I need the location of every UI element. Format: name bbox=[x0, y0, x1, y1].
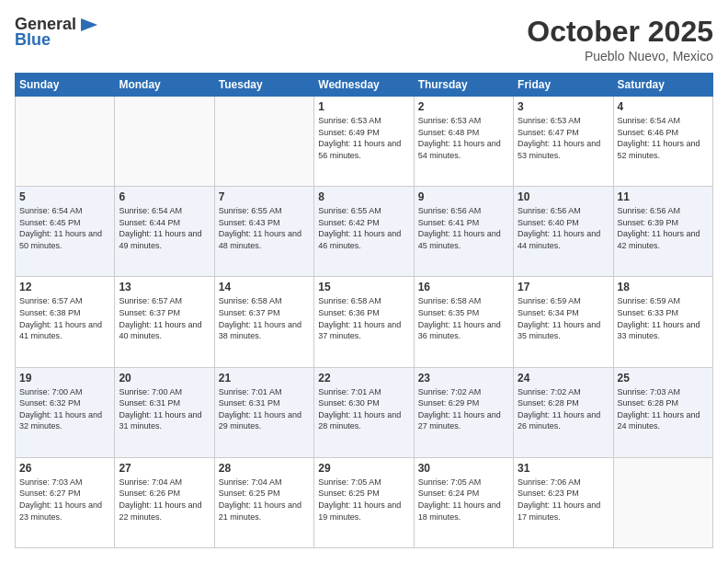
day-info: Sunrise: 7:05 AMSunset: 6:24 PMDaylight:… bbox=[418, 477, 509, 523]
week-row-3: 12Sunrise: 6:57 AMSunset: 6:38 PMDayligh… bbox=[16, 277, 713, 367]
day-number: 23 bbox=[418, 372, 509, 385]
day-info: Sunrise: 7:03 AMSunset: 6:28 PMDaylight:… bbox=[618, 386, 709, 432]
day-info: Sunrise: 7:05 AMSunset: 6:25 PMDaylight:… bbox=[318, 477, 409, 523]
day-number: 20 bbox=[119, 372, 210, 385]
day-number: 14 bbox=[219, 281, 310, 293]
svg-marker-0 bbox=[81, 18, 97, 31]
calendar-cell: 14Sunrise: 6:58 AMSunset: 6:37 PMDayligh… bbox=[214, 277, 313, 367]
day-info: Sunrise: 7:04 AMSunset: 6:25 PMDaylight:… bbox=[219, 477, 310, 523]
day-info: Sunrise: 7:00 AMSunset: 6:31 PMDaylight:… bbox=[119, 386, 210, 432]
day-number: 10 bbox=[518, 190, 609, 203]
month-title: October 2025 bbox=[527, 15, 713, 49]
day-info: Sunrise: 7:02 AMSunset: 6:29 PMDaylight:… bbox=[418, 386, 509, 432]
day-header-sunday: Sunday bbox=[16, 74, 115, 97]
day-number: 22 bbox=[318, 372, 409, 385]
calendar-cell: 5Sunrise: 6:54 AMSunset: 6:45 PMDaylight… bbox=[16, 187, 115, 277]
calendar-cell: 7Sunrise: 6:55 AMSunset: 6:43 PMDaylight… bbox=[214, 187, 313, 277]
day-number: 6 bbox=[119, 190, 210, 203]
calendar-body: 1Sunrise: 6:53 AMSunset: 6:49 PMDaylight… bbox=[16, 97, 713, 548]
day-info: Sunrise: 7:00 AMSunset: 6:32 PMDaylight:… bbox=[19, 386, 110, 432]
calendar-cell: 21Sunrise: 7:01 AMSunset: 6:31 PMDayligh… bbox=[214, 367, 313, 457]
calendar-cell: 25Sunrise: 7:03 AMSunset: 6:28 PMDayligh… bbox=[613, 367, 712, 457]
day-number: 25 bbox=[618, 372, 709, 385]
week-row-2: 5Sunrise: 6:54 AMSunset: 6:45 PMDaylight… bbox=[16, 187, 713, 277]
day-info: Sunrise: 7:03 AMSunset: 6:27 PMDaylight:… bbox=[19, 477, 110, 523]
day-info: Sunrise: 6:53 AMSunset: 6:49 PMDaylight:… bbox=[318, 115, 409, 161]
week-row-1: 1Sunrise: 6:53 AMSunset: 6:49 PMDaylight… bbox=[16, 97, 713, 187]
day-number: 26 bbox=[19, 462, 110, 475]
day-number: 28 bbox=[219, 462, 310, 475]
calendar-cell: 28Sunrise: 7:04 AMSunset: 6:25 PMDayligh… bbox=[214, 457, 313, 547]
day-number: 4 bbox=[618, 100, 709, 113]
logo: General Blue bbox=[15, 15, 99, 50]
day-info: Sunrise: 7:04 AMSunset: 6:26 PMDaylight:… bbox=[119, 477, 210, 523]
day-header-saturday: Saturday bbox=[613, 74, 712, 97]
day-number: 1 bbox=[318, 100, 409, 113]
day-header-monday: Monday bbox=[115, 74, 214, 97]
day-number: 21 bbox=[219, 372, 310, 385]
day-info: Sunrise: 6:56 AMSunset: 6:40 PMDaylight:… bbox=[518, 205, 609, 251]
day-number: 12 bbox=[19, 281, 110, 293]
calendar-cell: 10Sunrise: 6:56 AMSunset: 6:40 PMDayligh… bbox=[514, 187, 613, 277]
calendar-cell: 23Sunrise: 7:02 AMSunset: 6:29 PMDayligh… bbox=[414, 367, 513, 457]
day-number: 2 bbox=[418, 100, 509, 113]
calendar-cell: 15Sunrise: 6:58 AMSunset: 6:36 PMDayligh… bbox=[314, 277, 414, 367]
week-row-5: 26Sunrise: 7:03 AMSunset: 6:27 PMDayligh… bbox=[16, 457, 713, 547]
day-number: 15 bbox=[318, 281, 409, 293]
day-number: 16 bbox=[418, 281, 509, 293]
day-info: Sunrise: 6:54 AMSunset: 6:44 PMDaylight:… bbox=[119, 205, 210, 251]
day-number: 7 bbox=[219, 190, 310, 203]
calendar-cell: 19Sunrise: 7:00 AMSunset: 6:32 PMDayligh… bbox=[16, 367, 115, 457]
day-info: Sunrise: 6:56 AMSunset: 6:39 PMDaylight:… bbox=[618, 205, 709, 251]
week-row-4: 19Sunrise: 7:00 AMSunset: 6:32 PMDayligh… bbox=[16, 367, 713, 457]
day-number: 18 bbox=[618, 281, 709, 293]
calendar-cell: 30Sunrise: 7:05 AMSunset: 6:24 PMDayligh… bbox=[414, 457, 513, 547]
day-info: Sunrise: 6:55 AMSunset: 6:42 PMDaylight:… bbox=[318, 205, 409, 251]
day-number: 24 bbox=[518, 372, 609, 385]
calendar-cell: 2Sunrise: 6:53 AMSunset: 6:48 PMDaylight… bbox=[414, 97, 513, 187]
calendar-cell bbox=[214, 97, 313, 187]
calendar-cell: 1Sunrise: 6:53 AMSunset: 6:49 PMDaylight… bbox=[314, 97, 414, 187]
calendar-cell: 6Sunrise: 6:54 AMSunset: 6:44 PMDaylight… bbox=[115, 187, 214, 277]
calendar-cell: 12Sunrise: 6:57 AMSunset: 6:38 PMDayligh… bbox=[16, 277, 115, 367]
calendar-cell bbox=[16, 97, 115, 187]
day-info: Sunrise: 6:55 AMSunset: 6:43 PMDaylight:… bbox=[219, 205, 310, 251]
calendar-cell: 31Sunrise: 7:06 AMSunset: 6:23 PMDayligh… bbox=[514, 457, 613, 547]
day-info: Sunrise: 6:58 AMSunset: 6:36 PMDaylight:… bbox=[318, 295, 409, 341]
calendar-cell: 3Sunrise: 6:53 AMSunset: 6:47 PMDaylight… bbox=[514, 97, 613, 187]
day-number: 5 bbox=[19, 190, 110, 203]
day-number: 3 bbox=[518, 100, 609, 113]
calendar-cell: 8Sunrise: 6:55 AMSunset: 6:42 PMDaylight… bbox=[314, 187, 414, 277]
calendar-cell: 11Sunrise: 6:56 AMSunset: 6:39 PMDayligh… bbox=[613, 187, 712, 277]
day-info: Sunrise: 6:53 AMSunset: 6:47 PMDaylight:… bbox=[518, 115, 609, 161]
day-number: 29 bbox=[318, 462, 409, 475]
day-number: 9 bbox=[418, 190, 509, 203]
day-number: 17 bbox=[518, 281, 609, 293]
page: General Blue October 2025 Pueblo Nuevo, … bbox=[0, 0, 728, 563]
day-header-thursday: Thursday bbox=[414, 74, 513, 97]
day-info: Sunrise: 6:54 AMSunset: 6:46 PMDaylight:… bbox=[618, 115, 709, 161]
title-block: October 2025 Pueblo Nuevo, Mexico bbox=[527, 15, 713, 63]
calendar-cell bbox=[613, 457, 712, 547]
calendar-cell: 9Sunrise: 6:56 AMSunset: 6:41 PMDaylight… bbox=[414, 187, 513, 277]
calendar-cell: 29Sunrise: 7:05 AMSunset: 6:25 PMDayligh… bbox=[314, 457, 414, 547]
day-number: 8 bbox=[318, 190, 409, 203]
header: General Blue October 2025 Pueblo Nuevo, … bbox=[15, 15, 713, 63]
calendar-cell: 26Sunrise: 7:03 AMSunset: 6:27 PMDayligh… bbox=[16, 457, 115, 547]
calendar-cell: 17Sunrise: 6:59 AMSunset: 6:34 PMDayligh… bbox=[514, 277, 613, 367]
calendar-table: SundayMondayTuesdayWednesdayThursdayFrid… bbox=[15, 73, 713, 548]
day-info: Sunrise: 6:57 AMSunset: 6:38 PMDaylight:… bbox=[19, 295, 110, 341]
day-number: 13 bbox=[119, 281, 210, 293]
day-header-friday: Friday bbox=[514, 74, 613, 97]
day-info: Sunrise: 7:06 AMSunset: 6:23 PMDaylight:… bbox=[518, 477, 609, 523]
day-number: 30 bbox=[418, 462, 509, 475]
calendar-cell: 22Sunrise: 7:01 AMSunset: 6:30 PMDayligh… bbox=[314, 367, 414, 457]
location-subtitle: Pueblo Nuevo, Mexico bbox=[527, 49, 713, 63]
day-number: 11 bbox=[618, 190, 709, 203]
day-info: Sunrise: 7:01 AMSunset: 6:30 PMDaylight:… bbox=[318, 386, 409, 432]
calendar-cell bbox=[115, 97, 214, 187]
calendar-cell: 27Sunrise: 7:04 AMSunset: 6:26 PMDayligh… bbox=[115, 457, 214, 547]
day-number: 31 bbox=[518, 462, 609, 475]
day-number: 19 bbox=[19, 372, 110, 385]
day-header-tuesday: Tuesday bbox=[214, 74, 313, 97]
